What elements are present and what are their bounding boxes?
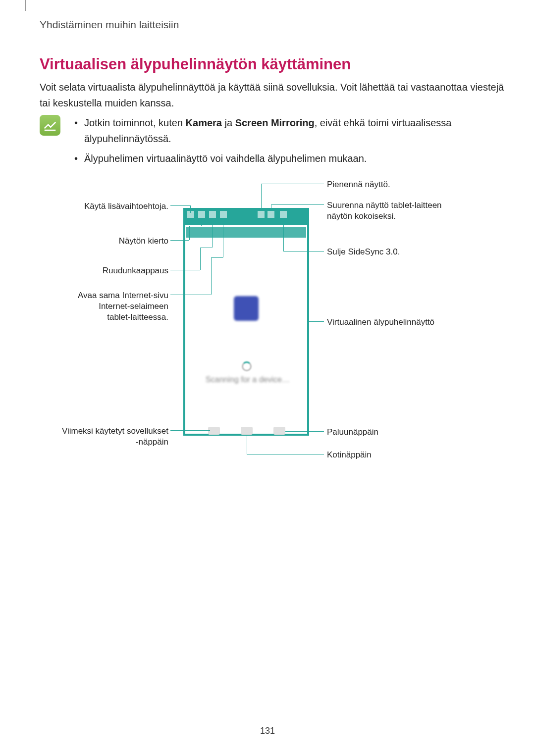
phone-statusbar: [186, 227, 306, 238]
note-bold-kamera: Kamera: [186, 117, 222, 128]
close-sidesync-icon[interactable]: [280, 211, 287, 218]
page-number: 131: [0, 726, 535, 736]
label-virtual-screen: Virtuaalinen älypuhelinnäyttö: [327, 317, 434, 328]
label-home: Kotinäppäin: [327, 450, 372, 460]
label-rotate: Näytön kierto: [40, 236, 168, 247]
minimize-icon[interactable]: [258, 211, 265, 218]
breadcrumb-header: Yhdistäminen muihin laitteisiin: [40, 19, 179, 31]
note-block: • Jotkin toiminnot, kuten Kamera ja Scre…: [40, 115, 505, 170]
note-icon: [40, 115, 60, 136]
screenshot-icon[interactable]: [209, 211, 216, 218]
loading-spinner-icon: [242, 361, 252, 371]
note-item-2: • Älypuhelimen virtuaalinäyttö voi vaihd…: [74, 151, 505, 166]
note-text: ja: [222, 117, 235, 128]
label-recent-apps: Viimeksi käytetyt sovellukset -näppäin: [40, 426, 168, 448]
label-maximize: Suurenna näyttö tablet-laitteen näytön k…: [327, 200, 442, 222]
label-more-options: Käytä lisävaihtoehtoja.: [40, 201, 168, 212]
label-capture: Ruudunkaappaus: [40, 265, 168, 276]
diagram: Scanning for a device… Käytä lisävaihtoe…: [0, 173, 535, 480]
recent-apps-button[interactable]: [208, 427, 220, 435]
label-internet: Avaa sama Internet-sivu Internet-selaime…: [40, 290, 168, 323]
open-internet-icon[interactable]: [220, 211, 227, 218]
page-margin-mark: [25, 0, 26, 11]
label-back: Paluunäppäin: [327, 427, 378, 438]
maximize-icon[interactable]: [268, 211, 274, 218]
label-close: Sulje SideSync 3.0.: [327, 247, 400, 257]
back-button[interactable]: [273, 427, 285, 435]
label-minimize: Pienennä näyttö.: [327, 179, 390, 190]
home-button[interactable]: [241, 427, 253, 435]
rotate-screen-icon[interactable]: [198, 211, 205, 218]
note-text: Jotkin toiminnot, kuten: [84, 117, 186, 128]
more-options-icon[interactable]: [187, 211, 194, 218]
virtual-phone-frame: [183, 208, 309, 436]
note-text: Älypuhelimen virtuaalinäyttö voi vaihdel…: [84, 151, 367, 166]
note-bold-screenmirroring: Screen Mirroring: [235, 117, 315, 128]
sidesync-app-icon: [234, 296, 259, 321]
body-paragraph: Voit selata virtuaalista älypuhelinnäytt…: [40, 79, 505, 111]
phone-scan-text: Scanning for a device…: [198, 375, 297, 384]
section-title: Virtuaalisen älypuhelinnäytön käyttämine…: [40, 55, 351, 73]
note-item-1: • Jotkin toiminnot, kuten Kamera ja Scre…: [74, 115, 505, 147]
